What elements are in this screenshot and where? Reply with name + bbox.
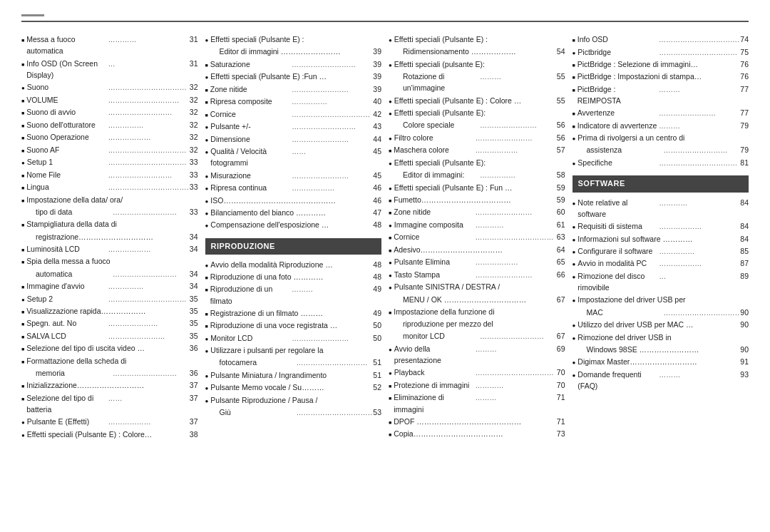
entry-label: MENU / OK ……………………………: [403, 294, 557, 305]
entry-dots: ……………: [478, 170, 557, 181]
entry-page: 37: [190, 392, 198, 404]
toc-entry: ■Zone nitide……………………39: [205, 83, 382, 96]
square-bullet: ■: [21, 148, 24, 155]
entry-label: MAC: [587, 307, 662, 318]
toc-entry: ■Riproduzione di una foto …………48: [205, 271, 382, 282]
title-bar: [21, 14, 749, 22]
filled-bullet: ●: [205, 210, 209, 218]
toc-entry: registrazione…………………………34: [21, 231, 198, 242]
square-bullet: ■: [21, 321, 24, 329]
entry-label: Indicatore di avvertenze: [578, 120, 657, 131]
entry-dots: …………: [107, 34, 190, 46]
entry-page: 56: [557, 119, 565, 131]
square-bullet: ■: [21, 123, 24, 131]
entry-label: Suono di avvio: [26, 106, 106, 118]
entry-label: Visualizzazione rapida………………: [26, 305, 190, 317]
entry-page: 75: [740, 46, 749, 58]
entry-label: VOLUME: [26, 94, 106, 106]
entry-page: 59: [557, 194, 565, 205]
entry-page: 71: [557, 416, 565, 427]
toc-entry: ■Copia………………………………73: [389, 428, 565, 439]
filled-bullet: ●: [389, 346, 392, 354]
square-bullet: ■: [21, 247, 24, 255]
entry-page: 33: [190, 206, 198, 218]
toc-entry: ●Ripresa continua………………46: [205, 182, 382, 194]
toc-entry: ●Effetti speciali (Pulsante E) : Fun …59: [389, 182, 565, 193]
entry-label: monitor LCD: [403, 330, 478, 342]
filled-bullet: ●: [573, 334, 576, 343]
entry-dots: ………………: [657, 258, 740, 270]
toc-entry: Ridimensionamento ………………54: [389, 46, 565, 57]
page-container: ■Messa a fuoco automatica…………31■Info OSD…: [21, 14, 749, 441]
filled-bullet: ●: [21, 419, 25, 427]
entry-label: Editor di immagini ……………………: [220, 46, 374, 57]
entry-label: Selezione del tipo di uscita video …: [26, 342, 190, 354]
entry-label: Effetti speciali (Pulsante E) : Fun …: [394, 182, 557, 193]
toc-entry: ■Impostazione della data/ ora/: [21, 194, 198, 205]
toc-entry: ■Avvertenze……………………77: [573, 107, 749, 119]
entry-page: 48: [373, 219, 381, 230]
entry-label: Utilizzo del driver USB per MAC …: [578, 319, 740, 330]
entry-page: 66: [557, 269, 565, 280]
filled-bullet: ●: [205, 372, 209, 381]
toc-entry: ■Saturazione………………………39: [205, 58, 382, 71]
entry-dots: ………: [657, 121, 740, 132]
toc-entry: ■PictBridge : REIMPOSTA………77: [573, 83, 749, 107]
filled-bullet: ●: [573, 248, 576, 257]
entry-dots: ………………………: [478, 331, 557, 342]
toc-entry: ■Info OSD (On Screen Display)…31: [21, 58, 198, 81]
entry-label: PictBridge : REIMPOSTA: [578, 83, 657, 107]
toc-entry: ■Maschera colore………………57: [389, 144, 565, 156]
toc-entry: fotocamera…………………………51: [205, 357, 382, 369]
column-2: ●Effetti speciali (Pulsante E) :Editor d…: [205, 34, 382, 441]
toc-entry: ●Effetti speciali (Pulsante E) :: [205, 34, 382, 45]
entry-dots: ………………………: [290, 121, 373, 133]
square-bullet: ■: [21, 309, 24, 317]
toc-entry: ●Pulsante E (Effetti)………………37: [21, 416, 198, 428]
toc-entry: ■Ripresa composite……………40: [205, 96, 382, 108]
entry-label: Digimax Master………………………: [578, 356, 740, 367]
square-bullet: ■: [21, 37, 24, 45]
toc-entry: ●Setup 1……………………………33: [21, 156, 198, 168]
entry-label: Effetti speciali (Pulsante E):: [394, 157, 565, 168]
entry-page: 31: [190, 58, 198, 69]
filled-bullet: ●: [205, 397, 209, 406]
toc-entry: ●Impostazione del driver USB per: [573, 294, 749, 305]
entry-page: 42: [373, 108, 381, 120]
entry-page: 64: [557, 244, 565, 255]
toc-entry: ●Misurazione……………………45: [205, 170, 382, 182]
toc-entry: ■Luminosità LCD………………34: [21, 243, 198, 255]
entry-page: 39: [373, 58, 381, 70]
toc-entry: ●Playback……………………………70: [389, 367, 565, 379]
entry-page: 38: [190, 429, 198, 440]
toc-entry: ■Adesivo……………………………64: [389, 244, 565, 255]
entry-page: 76: [740, 71, 749, 82]
entry-page: 32: [190, 106, 198, 118]
entry-page: 52: [373, 382, 381, 393]
entry-page: 51: [373, 357, 381, 368]
toc-entry: ●Monitor LCD……………………50: [205, 332, 382, 344]
toc-entry: MAC……………………………90: [573, 307, 749, 319]
entry-label: Ripresa continua: [210, 182, 290, 193]
entry-page: 49: [373, 307, 381, 319]
entry-dots: ………………………………: [657, 34, 740, 46]
toc-entry: ■Protezione di immagini…………70: [389, 379, 565, 392]
toc-entry: ●Qualità / Velocità fotogrammi……45: [205, 145, 382, 169]
entry-dots: ……………………: [657, 108, 740, 119]
filled-bullet: ●: [389, 369, 392, 378]
entry-label: Copia………………………………: [394, 428, 557, 439]
toc-entry: automatica………………………34: [21, 268, 198, 280]
entry-label: Qualità / Velocità fotogrammi: [210, 145, 290, 169]
filled-bullet: ●: [205, 222, 209, 230]
entry-dots: ……………………: [290, 84, 373, 96]
filled-bullet: ●: [389, 36, 392, 45]
square-bullet: ■: [21, 98, 24, 106]
entry-dots: …………………………: [107, 95, 190, 106]
filled-bullet: ●: [205, 335, 209, 344]
filled-bullet: ●: [389, 98, 392, 106]
entry-page: 58: [557, 169, 565, 180]
toc-entry: ■Selezione del tipo di batteria……37: [21, 392, 198, 416]
toc-entry: Giù………………………………53: [205, 406, 382, 419]
entry-dots: …………………: [107, 318, 190, 329]
entry-page: 84: [740, 197, 749, 208]
